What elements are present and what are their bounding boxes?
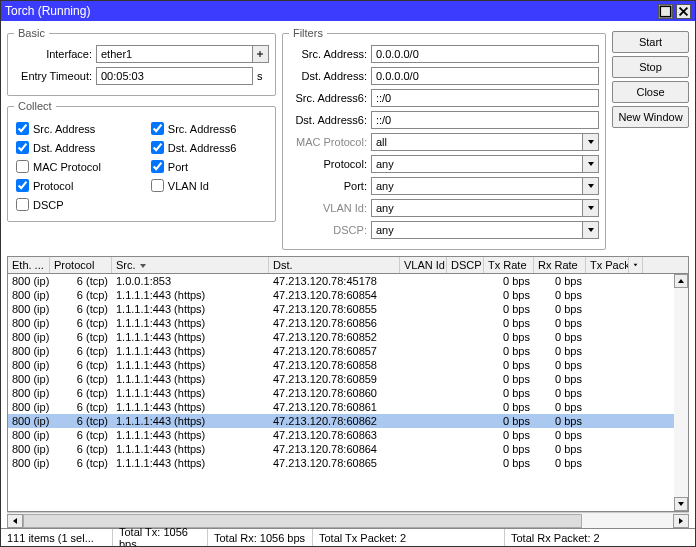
collect-mac-protocol[interactable]: MAC Protocol xyxy=(16,160,101,173)
scroll-left-icon[interactable] xyxy=(7,514,23,528)
start-button[interactable]: Start xyxy=(612,31,689,53)
svg-marker-7 xyxy=(588,228,594,232)
filter-dscp-label: DSCP: xyxy=(289,224,367,236)
col-protocol[interactable]: Protocol xyxy=(50,257,112,273)
vertical-scrollbar[interactable] xyxy=(674,274,688,511)
filter-mac-protocol-input[interactable] xyxy=(371,133,583,151)
chevron-down-icon[interactable] xyxy=(583,199,599,217)
filter-dst-address6-input[interactable] xyxy=(371,111,599,129)
svg-marker-11 xyxy=(678,502,684,506)
close-button[interactable]: Close xyxy=(612,81,689,103)
interface-dropdown-icon[interactable] xyxy=(253,45,269,63)
chevron-down-icon[interactable] xyxy=(583,155,599,173)
col-src[interactable]: Src. xyxy=(112,257,269,273)
svg-marker-8 xyxy=(140,264,146,268)
collect-port[interactable]: Port xyxy=(151,160,236,173)
table-row[interactable]: 800 (ip)6 (tcp)1.1.1.1:443 (https)47.213… xyxy=(8,316,674,330)
titlebar: Torch (Running) xyxy=(1,1,695,21)
collect-dscp[interactable]: DSCP xyxy=(16,198,101,211)
svg-marker-12 xyxy=(13,518,17,524)
status-total-tx: Total Tx: 1056 bps xyxy=(113,529,208,546)
collect-legend: Collect xyxy=(14,100,56,112)
svg-rect-0 xyxy=(660,6,670,16)
status-items: 111 items (1 sel... xyxy=(1,529,113,546)
table-row[interactable]: 800 (ip)6 (tcp)1.1.1.1:443 (https)47.213… xyxy=(8,302,674,316)
filters-group: Filters Src. Address: Dst. Address: Src.… xyxy=(282,27,606,250)
svg-marker-6 xyxy=(588,206,594,210)
status-total-rx: Total Rx: 1056 bps xyxy=(208,529,313,546)
col-tx-rate[interactable]: Tx Rate xyxy=(484,257,534,273)
collect-group: Collect Src. Address Dst. Address MAC Pr… xyxy=(7,100,276,222)
window-minimize-button[interactable] xyxy=(658,4,673,19)
sort-indicator-icon xyxy=(139,262,147,270)
col-tx-packet[interactable]: Tx Pack... xyxy=(586,257,629,273)
table-row[interactable]: 800 (ip)6 (tcp)1.1.1.1:443 (https)47.213… xyxy=(8,372,674,386)
table-row[interactable]: 800 (ip)6 (tcp)1.1.1.1:443 (https)47.213… xyxy=(8,428,674,442)
table-row[interactable]: 800 (ip)6 (tcp)1.1.1.1:443 (https)47.213… xyxy=(8,442,674,456)
collect-dst-address[interactable]: Dst. Address xyxy=(16,141,101,154)
col-menu-button[interactable] xyxy=(629,257,643,273)
chevron-down-icon[interactable] xyxy=(583,177,599,195)
collect-dst-address6[interactable]: Dst. Address6 xyxy=(151,141,236,154)
filter-dst-address6-label: Dst. Address6: xyxy=(289,114,367,126)
filter-src-address-input[interactable] xyxy=(371,45,599,63)
collect-protocol[interactable]: Protocol xyxy=(16,179,101,192)
filters-legend: Filters xyxy=(289,27,327,39)
scroll-right-icon[interactable] xyxy=(673,514,689,528)
table-row[interactable]: 800 (ip)6 (tcp)1.1.1.1:443 (https)47.213… xyxy=(8,344,674,358)
col-vlan-id[interactable]: VLAN Id xyxy=(400,257,447,273)
filter-vlan-id-input[interactable] xyxy=(371,199,583,217)
filter-src-address-label: Src. Address: xyxy=(289,48,367,60)
chevron-down-icon[interactable] xyxy=(583,133,599,151)
table-row[interactable]: 800 (ip)6 (tcp)1.1.1.1:443 (https)47.213… xyxy=(8,414,674,428)
svg-marker-9 xyxy=(634,264,638,267)
filter-port-label: Port: xyxy=(289,180,367,192)
col-eth[interactable]: Eth. ... xyxy=(8,257,50,273)
table-row[interactable]: 800 (ip)6 (tcp)1.0.0.1:85347.213.120.78:… xyxy=(8,274,674,288)
scroll-down-icon[interactable] xyxy=(674,497,688,511)
filter-protocol-input[interactable] xyxy=(371,155,583,173)
svg-marker-4 xyxy=(588,162,594,166)
table-row[interactable]: 800 (ip)6 (tcp)1.1.1.1:443 (https)47.213… xyxy=(8,386,674,400)
window-close-button[interactable] xyxy=(676,4,691,19)
entry-timeout-suffix: s xyxy=(257,70,269,82)
status-bar: 111 items (1 sel... Total Tx: 1056 bps T… xyxy=(1,528,695,546)
col-rx-rate[interactable]: Rx Rate xyxy=(534,257,586,273)
new-window-button[interactable]: New Window xyxy=(612,106,689,128)
interface-input[interactable] xyxy=(96,45,253,63)
stop-button[interactable]: Stop xyxy=(612,56,689,78)
svg-marker-13 xyxy=(679,518,683,524)
col-dscp[interactable]: DSCP xyxy=(447,257,484,273)
status-total-tx-packet: Total Tx Packet: 2 xyxy=(313,529,505,546)
entry-timeout-label: Entry Timeout: xyxy=(14,70,92,82)
window-title: Torch (Running) xyxy=(5,4,658,18)
collect-src-address[interactable]: Src. Address xyxy=(16,122,101,135)
horizontal-scrollbar[interactable] xyxy=(7,512,689,528)
col-dst[interactable]: Dst. xyxy=(269,257,400,273)
interface-label: Interface: xyxy=(14,48,92,60)
results-table: Eth. ... Protocol Src. Dst. VLAN Id DSCP… xyxy=(7,256,689,512)
filter-src-address6-label: Src. Address6: xyxy=(289,92,367,104)
collect-src-address6[interactable]: Src. Address6 xyxy=(151,122,236,135)
filter-src-address6-input[interactable] xyxy=(371,89,599,107)
collect-vlan-id[interactable]: VLAN Id xyxy=(151,179,236,192)
filter-port-input[interactable] xyxy=(371,177,583,195)
filter-dst-address-input[interactable] xyxy=(371,67,599,85)
table-row[interactable]: 800 (ip)6 (tcp)1.1.1.1:443 (https)47.213… xyxy=(8,456,674,470)
entry-timeout-input[interactable] xyxy=(96,67,253,85)
scroll-up-icon[interactable] xyxy=(674,274,688,288)
table-row[interactable]: 800 (ip)6 (tcp)1.1.1.1:443 (https)47.213… xyxy=(8,358,674,372)
table-header: Eth. ... Protocol Src. Dst. VLAN Id DSCP… xyxy=(8,257,688,274)
status-total-rx-packet: Total Rx Packet: 2 xyxy=(505,529,695,546)
basic-legend: Basic xyxy=(14,27,49,39)
chevron-down-icon[interactable] xyxy=(583,221,599,239)
filter-mac-protocol-label: MAC Protocol: xyxy=(289,136,367,148)
table-row[interactable]: 800 (ip)6 (tcp)1.1.1.1:443 (https)47.213… xyxy=(8,288,674,302)
table-row[interactable]: 800 (ip)6 (tcp)1.1.1.1:443 (https)47.213… xyxy=(8,400,674,414)
table-body: 800 (ip)6 (tcp)1.0.0.1:85347.213.120.78:… xyxy=(8,274,674,511)
filter-dscp-input[interactable] xyxy=(371,221,583,239)
filter-vlan-id-label: VLAN Id: xyxy=(289,202,367,214)
table-row[interactable]: 800 (ip)6 (tcp)1.1.1.1:443 (https)47.213… xyxy=(8,330,674,344)
filter-protocol-label: Protocol: xyxy=(289,158,367,170)
basic-group: Basic Interface: Entry Timeout: s xyxy=(7,27,276,96)
